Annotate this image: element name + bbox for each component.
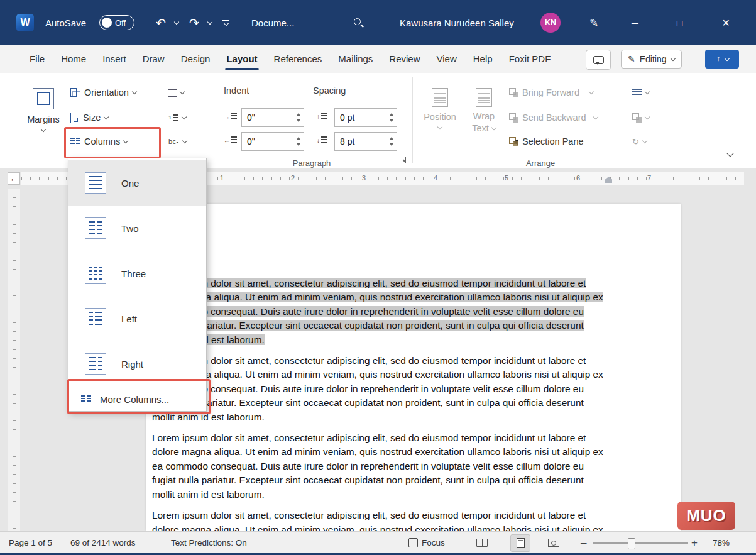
redo-button[interactable]: ↷	[189, 0, 199, 45]
indent-right-input[interactable]: 0"	[241, 132, 304, 151]
chevron-down-icon	[593, 114, 598, 119]
tab-home[interactable]: Home	[53, 45, 94, 73]
menu-item-three[interactable]: Three	[68, 251, 206, 296]
read-mode-button[interactable]	[476, 532, 488, 554]
ribbon-tab-row: File Home Insert Draw Design Layout Refe…	[0, 45, 756, 73]
print-layout-button[interactable]	[510, 532, 530, 554]
breaks-button[interactable]	[168, 83, 184, 102]
undo-button[interactable]: ↶	[156, 0, 166, 45]
menu-item-two[interactable]: Two	[68, 206, 206, 251]
share-button[interactable]: ↑	[705, 50, 739, 69]
chevron-down-icon	[491, 124, 496, 129]
indent-right-icon: ←	[224, 136, 237, 144]
tab-mailings[interactable]: Mailings	[330, 45, 381, 73]
tab-file[interactable]: File	[21, 45, 53, 73]
comment-icon	[593, 56, 604, 64]
right-indent-marker[interactable]	[605, 177, 612, 183]
undo-dropdown[interactable]	[175, 0, 178, 45]
orientation-label: Orientation	[84, 87, 129, 97]
search-button[interactable]	[353, 0, 364, 45]
print-layout-icon	[517, 538, 525, 548]
columns-icon	[70, 138, 80, 146]
tab-review[interactable]: Review	[381, 45, 428, 73]
stepper-arrows[interactable]	[293, 109, 304, 126]
chevron-down-icon	[725, 55, 730, 60]
editing-mode-button[interactable]: ✎ Editing	[621, 50, 682, 69]
web-layout-button[interactable]	[548, 532, 559, 554]
ruler-number: 5	[505, 174, 508, 182]
indent-left-input[interactable]: 0"	[241, 108, 304, 127]
tab-draw[interactable]: Draw	[134, 45, 173, 73]
tab-stop-selector[interactable]: ⌐	[8, 172, 20, 185]
tab-layout[interactable]: Layout	[218, 45, 265, 73]
account-avatar[interactable]: KN	[540, 0, 561, 45]
line-numbers-icon: 1	[168, 114, 178, 121]
document-page[interactable]: Lorem ipsum dolor sit amet, consectetur …	[146, 204, 681, 531]
quick-access-toolbar-button[interactable]	[222, 0, 229, 45]
text-predictions[interactable]: Text Predictions: On	[171, 532, 247, 554]
margins-button[interactable]: Margins	[23, 78, 64, 165]
stepper-arrows[interactable]	[386, 109, 397, 126]
position-button: Position	[419, 78, 461, 165]
wrap-text-label-line1: Wrap	[473, 111, 495, 121]
align-button[interactable]	[632, 83, 649, 102]
chevron-down-icon	[174, 19, 179, 24]
spacing-after-input[interactable]: 8 pt	[334, 132, 397, 151]
menu-item-right[interactable]: Right	[68, 341, 206, 387]
toggle-pill[interactable]: Off	[99, 15, 134, 30]
tab-references[interactable]: References	[266, 45, 331, 73]
word-count[interactable]: 69 of 2414 words	[70, 532, 136, 554]
collapse-ribbon-button[interactable]	[726, 150, 733, 157]
paragraph-group-label: Paragraph	[224, 158, 400, 168]
undo-icon: ↶	[156, 17, 166, 29]
size-button[interactable]: Size	[70, 108, 108, 127]
stepper-arrows[interactable]	[293, 133, 304, 150]
focus-label: Focus	[422, 538, 445, 547]
account-name[interactable]: Kawusara Nurudeen Salley	[400, 0, 514, 45]
autosave-toggle[interactable]: Off	[99, 0, 134, 45]
word-logo[interactable]: W	[16, 0, 34, 45]
document-title: Docume...	[251, 0, 294, 45]
stepper-arrows[interactable]	[386, 133, 397, 150]
hyphenation-button[interactable]: bc-	[168, 132, 187, 151]
paragraph-dialog-launcher[interactable]	[400, 157, 406, 163]
zoom-slider[interactable]	[593, 542, 688, 544]
close-button[interactable]: ×	[722, 0, 730, 45]
tab-foxit-pdf[interactable]: Foxit PDF	[501, 45, 559, 73]
search-icon	[353, 18, 364, 28]
menu-item-left[interactable]: Left	[68, 296, 206, 341]
bring-forward-label: Bring Forward	[522, 87, 579, 97]
chevron-down-icon	[182, 114, 187, 119]
tab-view[interactable]: View	[429, 45, 465, 73]
chevron-down-icon	[645, 89, 650, 94]
margins-label: Margins	[27, 114, 60, 124]
spacing-before-input[interactable]: 0 pt	[334, 108, 397, 127]
line-numbers-button[interactable]: 1	[168, 108, 186, 127]
zoom-out-button[interactable]: –	[581, 532, 586, 554]
group-objects-icon	[632, 113, 642, 123]
redo-icon: ↷	[189, 17, 199, 29]
minimize-button[interactable]: ─	[632, 0, 638, 45]
chevron-down-icon	[104, 114, 109, 119]
zoom-in-button[interactable]: +	[691, 532, 698, 554]
menu-item-one[interactable]: One	[68, 160, 206, 206]
orientation-icon	[70, 87, 80, 97]
comments-button[interactable]	[586, 50, 611, 70]
tab-help[interactable]: Help	[465, 45, 501, 73]
selection-pane-label: Selection Pane	[522, 136, 584, 146]
orientation-button[interactable]: Orientation	[70, 83, 136, 102]
menu-item-more-columns[interactable]: More Columns...	[68, 387, 206, 411]
paragraph: Lorem ipsum dolor sit amet, consectetur …	[152, 508, 607, 531]
focus-button[interactable]: Focus	[408, 532, 445, 554]
tab-design[interactable]: Design	[173, 45, 219, 73]
zoom-level[interactable]: 78%	[713, 532, 730, 554]
zoom-slider-thumb[interactable]	[628, 538, 635, 549]
page-indicator[interactable]: Page 1 of 5	[9, 532, 52, 554]
redo-dropdown[interactable]	[208, 0, 212, 45]
tab-insert[interactable]: Insert	[94, 45, 134, 73]
maximize-button[interactable]: □	[677, 0, 682, 45]
selection-pane-button[interactable]: Selection Pane	[509, 132, 584, 151]
draw-pen-button[interactable]: ✎	[589, 0, 598, 45]
columns-button[interactable]: Columns	[70, 132, 128, 151]
ruler-number: 2	[291, 174, 295, 182]
